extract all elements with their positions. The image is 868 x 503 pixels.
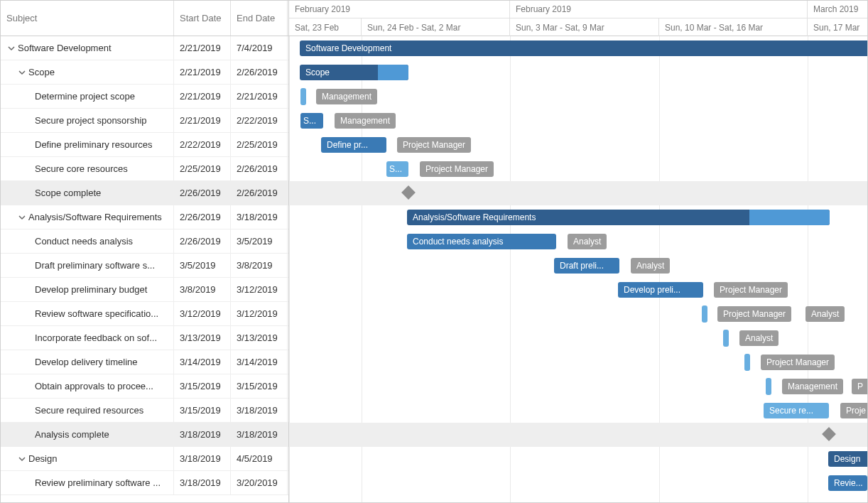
resource-label: Project Manager bbox=[714, 282, 788, 298]
task-subject: Software Development bbox=[18, 43, 112, 53]
task-start-date: 3/18/2019 bbox=[174, 447, 231, 470]
summary-bar[interactable]: Design bbox=[828, 451, 867, 467]
table-row[interactable]: Review preliminary software ...3/18/2019… bbox=[1, 471, 288, 495]
column-header-subject[interactable]: Subject bbox=[1, 1, 174, 36]
task-start-date: 2/26/2019 bbox=[174, 205, 231, 229]
column-header-start[interactable]: Start Date bbox=[174, 1, 231, 36]
task-subject: Analysis/Software Requirements bbox=[28, 212, 162, 222]
time-header-top: March 2019 bbox=[808, 1, 867, 18]
task-end-date: 3/12/2019 bbox=[231, 302, 288, 325]
task-subject: Secure project sponsorship bbox=[35, 115, 147, 126]
chart-row: S...Management bbox=[289, 109, 867, 133]
table-row[interactable]: Secure required resources3/15/20193/18/2… bbox=[1, 399, 288, 423]
time-header-bottom: Sun, 24 Feb - Sat, 2 Mar bbox=[362, 18, 510, 36]
task-bar[interactable] bbox=[723, 330, 729, 347]
table-row[interactable]: Secure core resources2/25/20192/26/2019 bbox=[1, 157, 288, 181]
chart-row: S...Project Manager bbox=[289, 157, 867, 181]
task-bar[interactable]: Revie... bbox=[828, 475, 867, 491]
task-start-date: 3/15/2019 bbox=[174, 374, 231, 398]
chart-row: ManagementP bbox=[289, 374, 867, 399]
table-row[interactable]: Develop delivery timeline3/14/20193/14/2… bbox=[1, 350, 288, 374]
task-end-date: 2/22/2019 bbox=[231, 109, 288, 132]
summary-bar[interactable]: Software Development bbox=[300, 40, 867, 56]
chart-row: Management bbox=[289, 85, 867, 109]
task-subject: Obtain approvals to procee... bbox=[35, 381, 153, 391]
table-row[interactable]: Analysis complete3/18/20193/18/2019 bbox=[1, 423, 288, 447]
expand-toggle-icon[interactable] bbox=[18, 69, 26, 76]
table-row[interactable]: Secure project sponsorship2/21/20192/22/… bbox=[1, 109, 288, 133]
task-end-date: 3/20/2019 bbox=[231, 471, 288, 494]
task-start-date: 2/21/2019 bbox=[174, 60, 231, 84]
table-row[interactable]: Scope complete2/26/20192/26/2019 bbox=[1, 181, 288, 205]
task-bar[interactable]: S... bbox=[386, 161, 408, 177]
milestone-marker[interactable] bbox=[822, 427, 836, 441]
task-end-date: 3/8/2019 bbox=[231, 254, 288, 277]
milestone-marker[interactable] bbox=[401, 185, 416, 200]
task-start-date: 2/26/2019 bbox=[174, 229, 231, 253]
task-bar[interactable] bbox=[744, 354, 750, 371]
task-subject: Scope complete bbox=[35, 188, 101, 198]
resource-label: Project Manager bbox=[420, 161, 494, 177]
table-row[interactable]: Conduct needs analysis2/26/20193/5/2019 bbox=[1, 229, 288, 254]
table-row[interactable]: Review software specificatio...3/12/2019… bbox=[1, 302, 288, 326]
task-subject: Develop preliminary budget bbox=[35, 284, 147, 295]
task-start-date: 3/18/2019 bbox=[174, 471, 231, 494]
time-header-bottom: Sun, 17 Mar bbox=[808, 18, 867, 36]
table-row[interactable]: Software Development2/21/20197/4/2019 bbox=[1, 36, 288, 60]
expand-toggle-icon[interactable] bbox=[18, 214, 26, 221]
task-start-date: 2/25/2019 bbox=[174, 157, 231, 180]
task-subject: Scope bbox=[28, 67, 55, 77]
task-start-date: 2/22/2019 bbox=[174, 133, 231, 156]
chart-row bbox=[289, 423, 867, 447]
task-subject: Conduct needs analysis bbox=[35, 236, 133, 247]
task-bar[interactable] bbox=[766, 378, 771, 395]
task-start-date: 3/14/2019 bbox=[174, 350, 231, 374]
summary-bar[interactable]: Analysis/Software Requirements bbox=[407, 210, 830, 225]
task-start-date: 2/21/2019 bbox=[174, 36, 231, 60]
task-bar[interactable]: Conduct needs analysis bbox=[407, 234, 556, 249]
time-header-bottom: Sun, 10 Mar - Sat, 16 Mar bbox=[659, 18, 808, 36]
table-row[interactable]: Incorporate feedback on sof...3/13/20193… bbox=[1, 326, 288, 350]
summary-bar[interactable]: Scope bbox=[300, 65, 408, 80]
resource-label: Project Manager bbox=[717, 306, 791, 322]
table-row[interactable]: Obtain approvals to procee...3/15/20193/… bbox=[1, 374, 288, 399]
task-end-date: 3/5/2019 bbox=[231, 229, 288, 253]
task-subject: Analysis complete bbox=[35, 429, 109, 440]
chart-row: Conduct needs analysisAnalyst bbox=[289, 229, 867, 254]
resource-label: Project Manager bbox=[761, 355, 835, 370]
task-end-date: 3/18/2019 bbox=[231, 399, 288, 422]
task-start-date: 2/21/2019 bbox=[174, 85, 231, 108]
resource-label: Management bbox=[335, 113, 396, 129]
table-row[interactable]: Define preliminary resources2/22/20192/2… bbox=[1, 133, 288, 157]
column-header-end[interactable]: End Date bbox=[231, 1, 288, 36]
resource-label: Analyst bbox=[631, 258, 670, 274]
time-header-bottom: Sun, 3 Mar - Sat, 9 Mar bbox=[510, 18, 659, 36]
task-bar[interactable] bbox=[702, 305, 707, 323]
resource-label: Analyst bbox=[805, 306, 845, 322]
expand-toggle-icon[interactable] bbox=[18, 455, 26, 463]
table-row[interactable]: Determine project scope2/21/20192/21/201… bbox=[1, 85, 288, 109]
task-bar[interactable] bbox=[300, 88, 306, 105]
task-subject: Review preliminary software ... bbox=[35, 477, 161, 488]
chart-row: Secure re...Proje bbox=[289, 399, 867, 423]
task-bar[interactable]: Secure re... bbox=[764, 403, 829, 418]
resource-label: Analyst bbox=[568, 234, 607, 249]
task-bar[interactable]: S... bbox=[300, 113, 323, 129]
task-start-date: 3/12/2019 bbox=[174, 302, 231, 325]
table-row[interactable]: Analysis/Software Requirements2/26/20193… bbox=[1, 205, 288, 229]
task-start-date: 2/26/2019 bbox=[174, 181, 231, 205]
table-row[interactable]: Design3/18/20194/5/2019 bbox=[1, 447, 288, 471]
task-bar[interactable]: Draft preli... bbox=[554, 258, 619, 274]
resource-label: Management bbox=[782, 379, 843, 394]
chart-body[interactable]: Software DevelopmentScopeManagementS...M… bbox=[289, 36, 867, 502]
chart-row: Scope bbox=[289, 60, 867, 85]
task-end-date: 3/15/2019 bbox=[231, 374, 288, 398]
task-bar[interactable]: Develop preli... bbox=[618, 282, 703, 298]
resource-label: Proje bbox=[840, 403, 867, 418]
table-row[interactable]: Scope2/21/20192/26/2019 bbox=[1, 60, 288, 85]
task-end-date: 2/26/2019 bbox=[231, 181, 288, 205]
table-row[interactable]: Draft preliminary software s...3/5/20193… bbox=[1, 254, 288, 278]
table-row[interactable]: Develop preliminary budget3/8/20193/12/2… bbox=[1, 278, 288, 302]
task-bar[interactable]: Define pr... bbox=[321, 137, 386, 153]
expand-toggle-icon[interactable] bbox=[8, 45, 15, 52]
